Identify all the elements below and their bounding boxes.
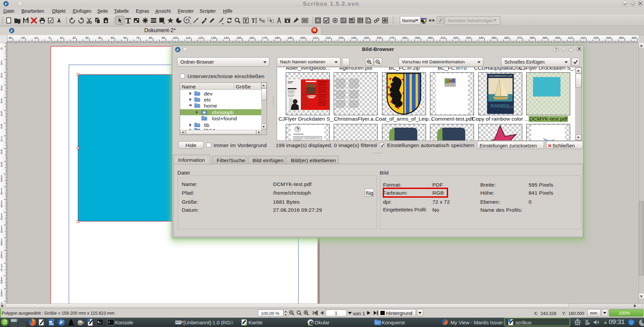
svg-text:1934: 1934	[505, 105, 514, 109]
svg-text:A: A	[367, 18, 368, 21]
svg-text:THE AMERICA'S CUP: THE AMERICA'S CUP	[489, 75, 513, 77]
svg-text:A: A	[342, 18, 343, 20]
